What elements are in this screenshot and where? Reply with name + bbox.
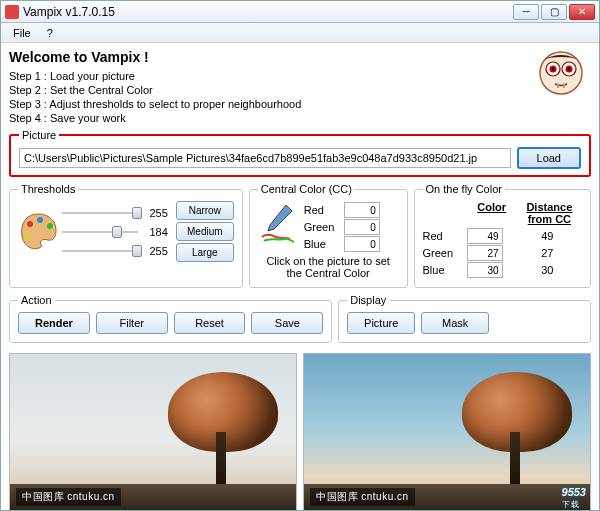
app-icon (5, 5, 19, 19)
picture-path-input[interactable] (19, 148, 511, 168)
otf-col-color: Color (467, 201, 517, 225)
threshold-value-3: 255 (144, 245, 168, 257)
otf-red-value[interactable] (467, 228, 503, 244)
medium-button[interactable]: Medium (176, 222, 234, 241)
cc-hint: Click on the picture to set the Central … (258, 255, 399, 279)
threshold-slider-1[interactable] (62, 205, 138, 221)
watermark-left: 中国图库 cntuku.cn (16, 488, 121, 506)
step-2: Step 2 : Set the Central Color (9, 83, 301, 97)
otf-green-dist: 27 (513, 247, 582, 259)
thresholds-legend: Thresholds (18, 183, 78, 195)
cc-red-label: Red (304, 204, 340, 216)
load-button[interactable]: Load (517, 147, 581, 169)
vampire-icon (537, 49, 585, 97)
otf-green-value[interactable] (467, 245, 503, 261)
save-button[interactable]: Save (251, 312, 323, 334)
close-button[interactable]: ✕ (569, 4, 595, 20)
on-the-fly-group: On the fly Color Color Distance from CC … (414, 183, 591, 288)
watermark-right: 中国图库 cntuku.cn (310, 488, 415, 506)
titlebar: Vampix v1.7.0.15 ─ ▢ ✕ (1, 1, 599, 23)
otf-col-dist: Distance from CC (517, 201, 582, 225)
palette-icon (18, 210, 58, 254)
eyedropper-icon (258, 201, 296, 245)
action-group: Action Render Filter Reset Save (9, 294, 332, 343)
large-button[interactable]: Large (176, 243, 234, 262)
threshold-slider-2[interactable] (62, 224, 138, 240)
otf-blue-dist: 30 (513, 264, 582, 276)
window-title: Vampix v1.7.0.15 (23, 5, 513, 19)
threshold-value-1: 255 (144, 207, 168, 219)
cc-blue-value[interactable] (344, 236, 380, 252)
preview-right[interactable]: 中国图库 cntuku.cn 9553下载 (303, 353, 591, 511)
step-1: Step 1 : Load your picture (9, 69, 301, 83)
reset-button[interactable]: Reset (174, 312, 246, 334)
cc-red-value[interactable] (344, 202, 380, 218)
threshold-value-2: 184 (144, 226, 168, 238)
picture-group: Picture Load (9, 129, 591, 177)
minimize-button[interactable]: ─ (513, 4, 539, 20)
picture-button[interactable]: Picture (347, 312, 415, 334)
render-button[interactable]: Render (18, 312, 90, 334)
central-color-legend: Central Color (CC) (258, 183, 355, 195)
otf-red-label: Red (423, 230, 467, 242)
otf-blue-value[interactable] (467, 262, 503, 278)
svg-point-8 (37, 217, 43, 223)
display-legend: Display (347, 294, 389, 306)
svg-point-6 (568, 68, 571, 71)
site-logo: 9553下载 (562, 483, 586, 510)
otf-red-dist: 49 (513, 230, 582, 242)
cc-green-label: Green (304, 221, 340, 233)
display-group: Display Picture Mask (338, 294, 591, 343)
picture-legend: Picture (19, 129, 59, 141)
central-color-group: Central Color (CC) Red Green Blue Click … (249, 183, 408, 288)
svg-point-0 (540, 52, 582, 94)
step-4: Step 4 : Save your work (9, 111, 301, 125)
menu-help[interactable]: ? (39, 25, 61, 41)
svg-point-9 (47, 223, 53, 229)
svg-point-10 (25, 233, 31, 239)
preview-left[interactable]: 中国图库 cntuku.cn (9, 353, 297, 511)
menubar: File ? (1, 23, 599, 43)
maximize-button[interactable]: ▢ (541, 4, 567, 20)
mask-button[interactable]: Mask (421, 312, 489, 334)
action-legend: Action (18, 294, 55, 306)
menu-file[interactable]: File (5, 25, 39, 41)
on-the-fly-legend: On the fly Color (423, 183, 505, 195)
svg-point-7 (27, 221, 33, 227)
welcome-heading: Welcome to Vampix ! (9, 49, 301, 65)
narrow-button[interactable]: Narrow (176, 201, 234, 220)
otf-green-label: Green (423, 247, 467, 259)
cc-blue-label: Blue (304, 238, 340, 250)
svg-point-5 (552, 68, 555, 71)
thresholds-group: Thresholds 255 184 (9, 183, 243, 288)
cc-green-value[interactable] (344, 219, 380, 235)
otf-blue-label: Blue (423, 264, 467, 276)
filter-button[interactable]: Filter (96, 312, 168, 334)
step-3: Step 3 : Adjust thresholds to select to … (9, 97, 301, 111)
welcome-block: Welcome to Vampix ! Step 1 : Load your p… (9, 49, 301, 125)
threshold-slider-3[interactable] (62, 243, 138, 259)
